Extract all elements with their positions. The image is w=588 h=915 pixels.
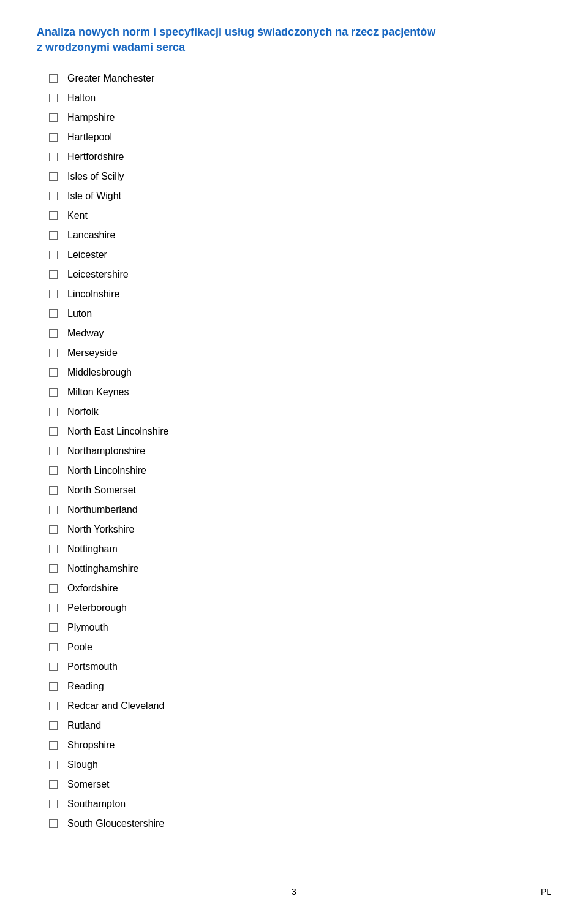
label-plymouth[interactable]: Plymouth [67,621,108,634]
checkbox-north-east-lincolnshire[interactable] [49,427,58,436]
label-reading[interactable]: Reading [67,680,104,693]
list-item: Redcar and Cleveland [49,697,551,715]
checkbox-portsmouth[interactable] [49,663,58,671]
label-poole[interactable]: Poole [67,640,92,654]
label-shropshire[interactable]: Shropshire [67,738,115,752]
checkbox-hartlepool[interactable] [49,133,58,142]
label-halton[interactable]: Halton [67,91,96,105]
label-merseyside[interactable]: Merseyside [67,346,118,360]
checkbox-norfolk[interactable] [49,408,58,416]
label-rutland[interactable]: Rutland [67,719,101,732]
label-leicester[interactable]: Leicester [67,248,107,262]
checkbox-isle-of-wight[interactable] [49,192,58,200]
checkbox-redcar-and-cleveland[interactable] [49,702,58,710]
list-item: Somerset [49,776,551,793]
label-leicestershire[interactable]: Leicestershire [67,268,129,281]
checkbox-merseyside[interactable] [49,349,58,357]
list-item: Nottinghamshire [49,560,551,577]
label-oxfordshire[interactable]: Oxfordshire [67,582,118,595]
list-item: Portsmouth [49,658,551,675]
label-northumberland[interactable]: Northumberland [67,503,138,517]
checkbox-middlesbrough[interactable] [49,368,58,377]
label-north-yorkshire[interactable]: North Yorkshire [67,523,134,536]
checkbox-slough[interactable] [49,761,58,769]
label-greater-manchester[interactable]: Greater Manchester [67,72,154,85]
checkbox-kent[interactable] [49,211,58,220]
label-medway[interactable]: Medway [67,327,104,340]
list-item: Nottingham [49,541,551,558]
checkbox-southampton[interactable] [49,800,58,808]
checkbox-reading[interactable] [49,682,58,691]
checkbox-oxfordshire[interactable] [49,584,58,593]
checkbox-poole[interactable] [49,643,58,651]
label-peterborough[interactable]: Peterborough [67,601,127,615]
checkbox-north-yorkshire[interactable] [49,525,58,534]
checkbox-hertfordshire[interactable] [49,153,58,161]
list-item: North Lincolnshire [49,462,551,479]
checkbox-nottingham[interactable] [49,545,58,553]
checkbox-milton-keynes[interactable] [49,388,58,397]
label-luton[interactable]: Luton [67,307,92,321]
checkbox-rutland[interactable] [49,721,58,730]
label-somerset[interactable]: Somerset [67,778,109,791]
label-south-gloucestershire[interactable]: South Gloucestershire [67,817,164,830]
page-title: Analiza nowych norm i specyfikacji usług… [37,25,551,55]
checkbox-medway[interactable] [49,329,58,338]
checkbox-hampshire[interactable] [49,113,58,122]
checkbox-lancashire[interactable] [49,231,58,240]
list-item: North Yorkshire [49,521,551,538]
checkbox-north-somerset[interactable] [49,486,58,495]
label-north-lincolnshire[interactable]: North Lincolnshire [67,464,146,477]
label-milton-keynes[interactable]: Milton Keynes [67,385,129,399]
list-item: Middlesbrough [49,364,551,381]
list-item: Greater Manchester [49,70,551,87]
list-item: Reading [49,678,551,695]
page-footer: 3 [0,887,588,897]
list-item: Lincolnshire [49,286,551,303]
label-lancashire[interactable]: Lancashire [67,229,115,242]
checkbox-plymouth[interactable] [49,623,58,632]
checkbox-leicester[interactable] [49,251,58,259]
page-number: 3 [292,887,296,897]
list-item: Lancashire [49,227,551,244]
checkbox-greater-manchester[interactable] [49,74,58,83]
checkbox-north-lincolnshire[interactable] [49,466,58,475]
list-item: Halton [49,89,551,107]
label-portsmouth[interactable]: Portsmouth [67,660,118,674]
checkbox-isles-of-scilly[interactable] [49,172,58,181]
list-item: Isles of Scilly [49,168,551,185]
label-slough[interactable]: Slough [67,758,98,772]
label-nottinghamshire[interactable]: Nottinghamshire [67,562,139,575]
label-isle-of-wight[interactable]: Isle of Wight [67,189,121,203]
label-hartlepool[interactable]: Hartlepool [67,131,112,144]
label-nottingham[interactable]: Nottingham [67,542,118,556]
checkbox-south-gloucestershire[interactable] [49,819,58,828]
checkbox-nottinghamshire[interactable] [49,564,58,573]
checkbox-somerset[interactable] [49,780,58,789]
label-north-somerset[interactable]: North Somerset [67,484,136,497]
list-item: Hampshire [49,109,551,126]
label-hertfordshire[interactable]: Hertfordshire [67,150,124,164]
label-redcar-and-cleveland[interactable]: Redcar and Cleveland [67,699,164,713]
label-lincolnshire[interactable]: Lincolnshire [67,287,119,301]
checkbox-shropshire[interactable] [49,741,58,750]
label-hampshire[interactable]: Hampshire [67,111,115,124]
checkbox-northumberland[interactable] [49,506,58,514]
label-norfolk[interactable]: Norfolk [67,405,99,419]
checkbox-lincolnshire[interactable] [49,290,58,298]
checkbox-peterborough[interactable] [49,604,58,612]
list-item: Norfolk [49,403,551,420]
label-north-east-lincolnshire[interactable]: North East Lincolnshire [67,425,168,438]
label-isles-of-scilly[interactable]: Isles of Scilly [67,170,124,183]
checkbox-halton[interactable] [49,94,58,102]
list-item: Peterborough [49,599,551,617]
label-northamptonshire[interactable]: Northamptonshire [67,444,145,458]
checkbox-luton[interactable] [49,309,58,318]
label-southampton[interactable]: Southampton [67,797,126,811]
locale-badge: PL [541,887,551,897]
checkbox-northamptonshire[interactable] [49,447,58,455]
checkbox-leicestershire[interactable] [49,270,58,279]
label-middlesbrough[interactable]: Middlesbrough [67,366,132,379]
label-kent[interactable]: Kent [67,209,88,222]
list-item: Northumberland [49,501,551,518]
